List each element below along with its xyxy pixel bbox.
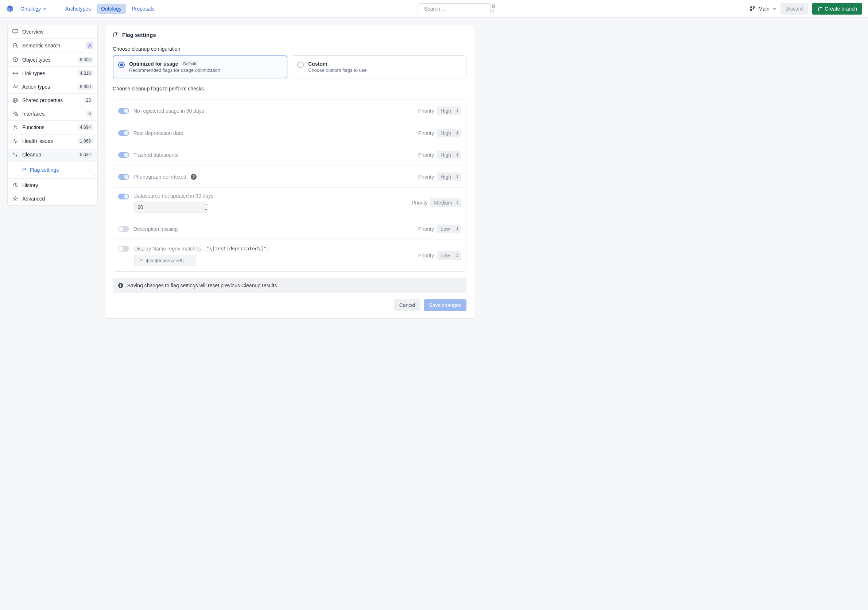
info-banner: Saving changes to flag settings will res… — [113, 278, 467, 293]
flag-toggle[interactable] — [118, 246, 129, 252]
tab-archetypes[interactable]: Archetypes — [61, 4, 95, 14]
stepper-up[interactable]: ▲ — [205, 202, 208, 207]
config-title: Custom — [308, 61, 327, 67]
priority-value: High — [440, 108, 451, 114]
priority-label: Priority — [418, 152, 434, 158]
flag-icon — [22, 167, 27, 172]
sidebar-item-shared-properties[interactable]: Shared properties 23 — [8, 94, 98, 107]
svg-rect-16 — [16, 114, 17, 116]
svg-point-3 — [753, 6, 755, 8]
sidebar-subitem-flag-settings[interactable]: Flag settings — [18, 164, 95, 176]
priority-value: High — [440, 152, 451, 158]
cancel-button[interactable]: Cancel — [394, 299, 420, 311]
sidebar-item-object-types[interactable]: Object types 6,305 — [8, 53, 98, 67]
app-selector[interactable]: Ontology — [18, 5, 49, 13]
priority-select[interactable]: High ▲▼ — [437, 172, 461, 181]
discard-button[interactable]: Discard — [780, 3, 808, 15]
sidebar-item-semantic-search[interactable]: Semantic search — [8, 39, 98, 53]
banner-text: Saving changes to flag settings will res… — [127, 283, 278, 288]
link-arrows-icon — [12, 70, 19, 76]
sidebar-label: History — [22, 182, 93, 188]
stepper-down[interactable]: ▼ — [205, 207, 208, 212]
function-icon: fx — [12, 124, 19, 130]
search-shortcut: ⌘ K — [491, 4, 496, 14]
sidebar-item-link-types[interactable]: Link types 4,218 — [8, 67, 98, 80]
chevron-down-icon — [43, 7, 46, 11]
priority-value: Medium — [434, 200, 452, 206]
sidebar-item-advanced[interactable]: Advanced — [8, 192, 98, 205]
radio-custom[interactable] — [297, 62, 304, 68]
priority-select[interactable]: High ▲▼ — [437, 107, 461, 115]
count-badge: 23 — [84, 98, 93, 103]
priority-select[interactable]: Medium ▲▼ — [430, 198, 461, 207]
days-input-wrap: ▲ ▼ — [134, 201, 200, 212]
sort-caret-icon: ▲▼ — [456, 201, 459, 205]
info-icon — [118, 283, 124, 288]
priority-label: Priority — [412, 200, 428, 206]
sidebar-item-health[interactable]: Health issues 1,969 — [8, 135, 98, 148]
flags-list: No registered usage in 30 days Priority … — [113, 99, 467, 272]
regex-input[interactable] — [145, 257, 208, 264]
app-name: Ontology — [20, 6, 41, 12]
sidebar-item-cleanup[interactable]: Cleanup 5,632 — [8, 148, 98, 161]
sidebar-item-interfaces[interactable]: Interfaces 6 — [8, 107, 98, 121]
flag-toggle[interactable] — [118, 226, 129, 232]
cube-icon — [12, 57, 19, 63]
flag-row: Description missing Priority Low ▲▼ — [113, 218, 466, 240]
help-icon[interactable]: ? — [191, 174, 197, 180]
config-subtitle: Choose custom flags to use — [308, 67, 367, 73]
flag-row: Trashed datasource Priority High ▲▼ — [113, 144, 466, 166]
sidebar-item-functions[interactable]: fx Functions 4,694 — [8, 121, 98, 134]
priority-select[interactable]: High ▲▼ — [437, 129, 461, 138]
create-branch-label: Create branch — [825, 6, 857, 12]
radio-optimized[interactable] — [118, 62, 125, 68]
flag-name: Description missing — [133, 226, 178, 232]
flag-name: Trashed datasource — [133, 152, 179, 158]
priority-label: Priority — [418, 108, 434, 114]
flag-toggle[interactable] — [118, 108, 129, 114]
config-optimized[interactable]: Optimized for usage Default Recommended … — [113, 56, 287, 78]
sort-caret-icon: ▲▼ — [456, 153, 459, 157]
save-button[interactable]: Save changes — [424, 299, 467, 311]
sort-caret-icon: ▲▼ — [456, 253, 459, 258]
config-custom[interactable]: Custom Choose custom flags to use — [292, 56, 467, 78]
branch-selector[interactable]: Main — [749, 6, 776, 12]
priority-select[interactable]: Low ▲▼ — [437, 251, 461, 260]
section-choose-flags: Choose cleanup flags to perform checks — [105, 83, 474, 95]
sidebar-label: Overview — [22, 29, 93, 35]
flag-row: Phonograph deindexed ? Priority High ▲▼ — [113, 166, 466, 187]
sort-caret-icon: ▲▼ — [456, 108, 459, 113]
create-branch-button[interactable]: Create branch — [812, 3, 862, 15]
flag-toggle[interactable] — [118, 152, 129, 158]
flag-row: No registered usage in 30 days Priority … — [113, 100, 466, 122]
priority-select[interactable]: Low ▲▼ — [437, 224, 461, 233]
flag-toggle[interactable] — [118, 130, 129, 136]
sidebar-label: Cleanup — [22, 152, 74, 158]
tab-proposals[interactable]: Proposals — [127, 4, 159, 14]
days-input[interactable] — [134, 201, 204, 212]
count-badge: 4,218 — [78, 70, 93, 76]
branch-icon — [749, 6, 755, 12]
search-input-wrap[interactable]: ⌘ K — [418, 3, 491, 14]
sort-caret-icon: ▲▼ — [456, 227, 459, 231]
monitor-icon — [12, 29, 19, 35]
sidebar-item-overview[interactable]: Overview — [8, 25, 98, 39]
priority-value: High — [440, 174, 451, 180]
svg-point-5 — [818, 6, 820, 8]
regex-input-wrap: .* — [134, 255, 196, 266]
count-badge: 4,694 — [78, 124, 93, 130]
sidebar-item-history[interactable]: History — [8, 179, 98, 192]
svg-line-10 — [16, 46, 17, 48]
sidebar-label: Semantic search — [22, 43, 83, 48]
sidebar-label: Action types — [22, 84, 74, 90]
experimental-badge — [87, 42, 93, 49]
search-input[interactable] — [423, 5, 488, 12]
priority-select[interactable]: High ▲▼ — [437, 150, 461, 159]
branch-plus-icon — [817, 6, 822, 11]
flag-toggle[interactable] — [118, 194, 129, 200]
sidebar-label: Health issues — [22, 138, 74, 144]
flag-toggle[interactable] — [118, 174, 129, 180]
tab-ontology[interactable]: Ontology — [97, 4, 126, 14]
sidebar-label: Object types — [22, 57, 74, 63]
sidebar-item-action-types[interactable]: Action types 6,600 — [8, 80, 98, 94]
